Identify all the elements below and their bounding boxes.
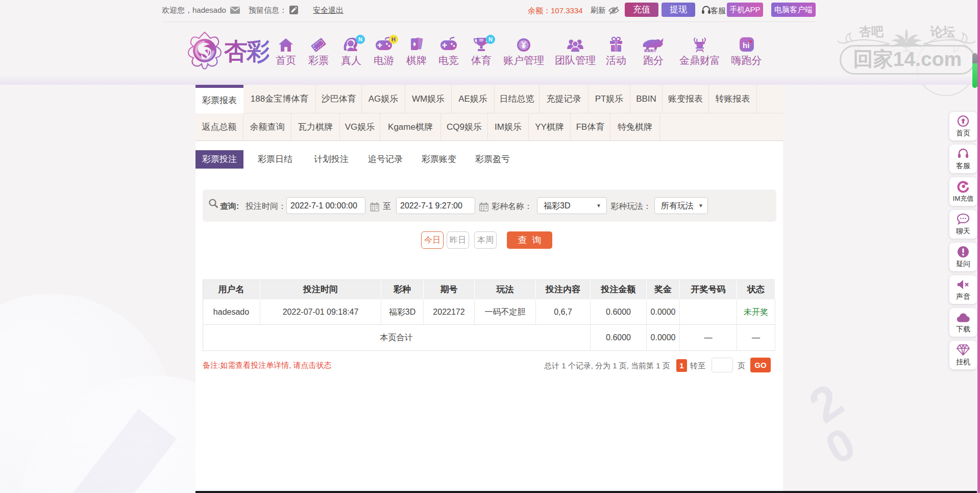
svg-text:极速跑分: 极速跑分 — [644, 49, 657, 52]
svg-text:hi: hi — [743, 41, 749, 50]
